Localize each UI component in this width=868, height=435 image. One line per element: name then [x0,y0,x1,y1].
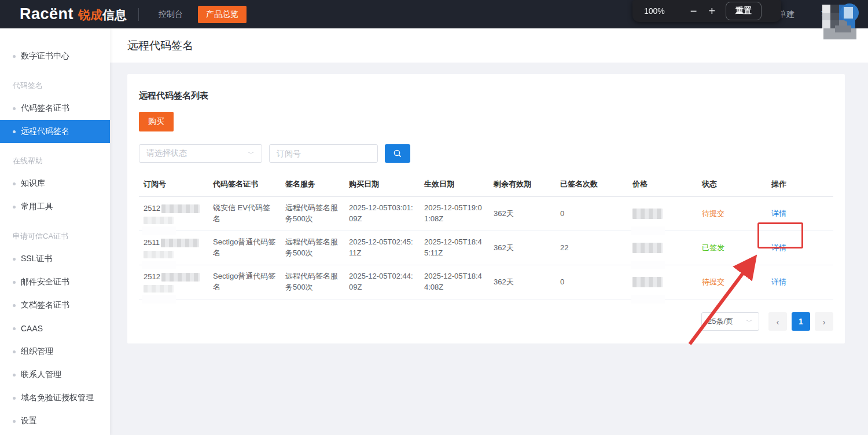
bullet-icon [13,258,16,261]
table-header-row: 订阅号代码签名证书签名服务购买日期生效日期剩余有效期已签名次数价格状态操作 [139,173,833,197]
sidebar-item-3-0[interactable]: SSL证书 [0,247,110,270]
status-cell: 待提交 [697,197,767,231]
sidebar-item-3-3[interactable]: CAAS [0,317,110,340]
sidebar-item-2-1[interactable]: 常用工具 [0,195,110,218]
cert-cell-text: 锐安信 EV代码签名 [213,203,270,223]
buy-date-cell-text: 2025-12-05T03:01:09Z [349,203,413,223]
sidebar-item-label: 联系人管理 [21,370,61,380]
chevron-down-icon: ﹀ [746,317,753,326]
subscription-cell: 2511 [139,231,208,265]
subscription-prefix: 2511 [144,237,160,248]
cert-cell-text: Sectigo普通代码签名 [213,237,275,257]
signed-count-cell-text: 0 [560,277,564,286]
detail-action-cell[interactable]: 详情 [767,197,833,231]
search-button[interactable] [385,144,410,163]
buy-date-cell: 2025-12-05T03:01:09Z [344,197,420,231]
racent-logo[interactable]: Racënt 锐成信息 [20,5,127,23]
column-header: 代码签名证书 [208,173,281,197]
next-page-button[interactable]: › [815,312,833,331]
detail-action-cell-text[interactable]: 详情 [771,209,786,218]
redacted-blur [142,261,176,269]
subscription-prefix: 2512 [144,203,160,214]
cert-cell-text: Sectigo普通代码签名 [213,272,275,291]
buy-button[interactable]: 购买 [139,112,174,131]
nav-console-link[interactable]: 控制台 [159,9,183,20]
sidebar-item-label: 代码签名证书 [21,103,69,114]
service-cell: 远程代码签名服务500次 [281,265,344,299]
column-header: 签名服务 [281,173,344,197]
redacted-blur [144,285,174,293]
remaining-cell-text: 362天 [494,277,514,286]
column-header: 生效日期 [420,173,489,197]
avatar-highlight [844,7,853,19]
detail-action-cell-text[interactable]: 详情 [771,243,786,252]
column-header: 已签名次数 [556,173,628,197]
status-cell: 已签发 [697,231,767,265]
sidebar-item-3-1[interactable]: 邮件安全证书 [0,270,110,294]
column-header: 状态 [697,173,767,197]
redacted-blur [161,239,199,247]
bullet-icon [13,55,16,58]
status-cell-text: 已签发 [702,243,724,252]
bullet-icon [13,130,16,133]
subscription-cell: 2512 [139,265,208,299]
bullet-icon [13,350,16,353]
sidebar-item-label: 远程代码签名 [21,126,69,137]
subscription-cell: 2512 [139,197,208,231]
logo-cn-text: 锐成信息 [78,7,127,23]
sidebar-item-label: 邮件安全证书 [21,277,69,287]
subscription-input[interactable] [269,144,378,163]
buy-date-cell: 2025-12-05T02:45:11Z [344,231,420,265]
remaining-cell: 362天 [489,265,556,299]
sidebar-item-label: 域名免验证授权管理 [21,393,94,403]
sidebar-item-label: 文档签名证书 [21,300,69,310]
sidebar-item-2-0[interactable]: 知识库 [0,172,110,195]
price-cell [628,197,697,231]
redacted-blur [631,295,665,304]
column-header: 订阅号 [139,173,208,197]
zoom-in-button[interactable]: + [709,5,716,17]
sidebar-item-1-1[interactable]: 远程代码签名 [0,120,110,143]
zoom-reset-button[interactable]: 重置 [726,2,762,20]
bullet-icon [13,281,16,284]
page-size-select[interactable]: 25条/页 ﹀ [701,312,759,331]
signed-count-cell: 0 [556,265,628,299]
sidebar-item-label: 数字证书中心 [21,51,69,61]
remaining-cell: 362天 [489,197,556,231]
detail-action-cell[interactable]: 详情 [767,265,833,299]
sidebar-item-3-5[interactable]: 联系人管理 [0,363,110,386]
redacted-blur [161,204,200,213]
remaining-cell-text: 362天 [494,209,514,218]
current-page-button[interactable]: 1 [792,312,810,331]
sidebar-item-1-0[interactable]: 代码签名证书 [0,97,110,120]
start-date-cell-text: 2025-12-05T19:01:08Z [424,203,482,223]
nav-products-button[interactable]: 产品总览 [198,6,247,23]
sidebar-item-label: 组织管理 [21,346,53,357]
sidebar-item-3-7[interactable]: 设置 [0,410,110,433]
filter-bar: 请选择状态 ﹀ [139,144,833,163]
sidebar-item-0-0[interactable]: 数字证书中心 [0,45,110,68]
service-cell-text: 远程代码签名服务500次 [285,237,338,257]
start-date-cell: 2025-12-05T18:45:11Z [420,231,489,265]
status-cell: 待提交 [697,265,767,299]
service-cell-text: 远程代码签名服务500次 [285,203,338,223]
main-area: 远程代码签名 远程代码签名列表 购买 请选择状态 ﹀ 订阅号代 [110,28,868,435]
zoom-out-button[interactable]: − [690,5,697,17]
detail-action-cell-text[interactable]: 详情 [771,277,786,286]
table-row: 2512锐安信 EV代码签名远程代码签名服务500次2025-12-05T03:… [139,197,833,231]
prev-page-button[interactable]: ‹ [768,312,787,331]
sidebar-item-3-6[interactable]: 域名免验证授权管理 [0,386,110,410]
nav-divider [138,8,139,21]
sidebar-group-header: 代码签名 [0,68,110,97]
bullet-icon [13,107,16,110]
redacted-blur [142,226,176,235]
bullet-icon [13,182,16,185]
bullet-icon [13,327,16,330]
sidebar-item-3-2[interactable]: 文档签名证书 [0,294,110,317]
list-title: 远程代码签名列表 [139,85,833,101]
status-select[interactable]: 请选择状态 ﹀ [139,144,262,163]
sidebar-item-3-4[interactable]: 组织管理 [0,340,110,363]
signed-count-cell: 22 [556,231,628,265]
detail-action-cell[interactable]: 详情 [767,231,833,265]
content-area: 远程代码签名列表 购买 请选择状态 ﹀ 订阅号代码签名证书签名服务购买日期生效日… [110,63,868,435]
